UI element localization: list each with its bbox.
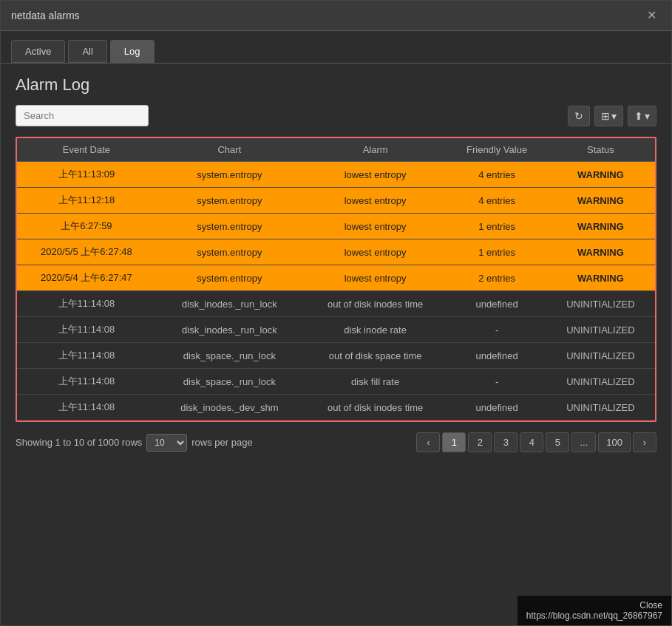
cell-chart: system.entropy <box>156 162 303 188</box>
refresh-button[interactable]: ↻ <box>568 106 590 126</box>
export-chevron: ▾ <box>645 110 650 122</box>
table-row[interactable]: 2020/5/5 上午6:27:48 system.entropy lowest… <box>17 239 655 265</box>
cell-status: UNINITIALIZED <box>546 395 655 421</box>
showing-label: Showing 1 to 10 of 1000 rows <box>16 437 142 448</box>
cell-alarm: lowest entropy <box>303 162 447 188</box>
cell-event-date: 上午6:27:59 <box>17 214 156 239</box>
page-3-button[interactable]: 3 <box>494 432 517 452</box>
cell-event-date: 2020/5/5 上午6:27:48 <box>17 239 156 265</box>
table-row[interactable]: 上午11:12:18 system.entropy lowest entropy… <box>17 188 655 214</box>
cell-friendly-value: undefined <box>447 343 546 369</box>
rows-per-page-select[interactable]: 10 25 50 100 <box>146 434 187 452</box>
columns-button[interactable]: ⊞ ▾ <box>594 106 623 126</box>
tab-active[interactable]: Active <box>11 40 65 63</box>
cell-status: UNINITIALIZED <box>546 369 655 395</box>
bottom-bar: Close https://blog.csdn.net/qq_26867967 <box>517 596 671 625</box>
cell-event-date: 上午11:14:08 <box>17 395 156 421</box>
cell-alarm: out of disk inodes time <box>303 395 447 421</box>
per-page-label: rows per page <box>191 437 252 448</box>
page-next-button[interactable]: › <box>633 432 656 452</box>
table-row[interactable]: 上午11:14:08 disk_inodes._run_lock out of … <box>17 291 655 317</box>
cell-event-date: 上午11:12:18 <box>17 188 156 214</box>
cell-status: UNINITIALIZED <box>546 317 655 343</box>
page-title: Alarm Log <box>16 75 656 95</box>
cell-status: WARNING <box>546 214 655 239</box>
columns-chevron: ▾ <box>611 110 617 122</box>
export-icon: ⬆ <box>634 110 643 122</box>
cell-status: UNINITIALIZED <box>546 343 655 369</box>
table-row[interactable]: 上午11:14:08 disk_space._run_lock out of d… <box>17 343 655 369</box>
cell-status: WARNING <box>546 239 655 265</box>
table-row[interactable]: 上午11:13:09 system.entropy lowest entropy… <box>17 162 655 188</box>
table-row[interactable]: 上午6:27:59 system.entropy lowest entropy … <box>17 214 655 239</box>
tab-all[interactable]: All <box>68 40 106 63</box>
col-status: Status <box>546 138 655 162</box>
title-bar: netdata alarms ✕ <box>1 1 671 31</box>
col-friendly-value: Friendly Value <box>447 138 546 162</box>
cell-status: WARNING <box>546 188 655 214</box>
page-prev-button[interactable]: ‹ <box>416 432 440 452</box>
cell-friendly-value: undefined <box>447 291 546 317</box>
cell-friendly-value: 4 entries <box>447 162 546 188</box>
columns-icon: ⊞ <box>601 110 610 122</box>
cell-chart: system.entropy <box>156 188 303 214</box>
cell-alarm: disk fill rate <box>303 369 447 395</box>
cell-event-date: 2020/5/4 上午6:27:47 <box>17 265 156 291</box>
cell-status: WARNING <box>546 265 655 291</box>
cell-chart: system.entropy <box>156 265 303 291</box>
cell-chart: system.entropy <box>156 214 303 239</box>
export-button[interactable]: ⬆ ▾ <box>628 106 656 126</box>
tab-log[interactable]: Log <box>110 40 155 63</box>
cell-chart: disk_inodes._dev_shm <box>156 395 303 421</box>
cell-event-date: 上午11:14:08 <box>17 291 156 317</box>
page-100-button[interactable]: 100 <box>598 432 631 452</box>
search-input[interactable] <box>16 105 149 126</box>
cell-status: WARNING <box>546 162 655 188</box>
cell-alarm: lowest entropy <box>303 265 447 291</box>
refresh-icon: ↻ <box>574 110 583 122</box>
toolbar: ↻ ⊞ ▾ ⬆ ▾ <box>16 105 656 126</box>
table-row[interactable]: 上午11:14:08 disk_inodes._dev_shm out of d… <box>17 395 655 421</box>
table-row[interactable]: 上午11:14:08 disk_inodes._run_lock disk in… <box>17 317 655 343</box>
cell-chart: disk_inodes._run_lock <box>156 317 303 343</box>
alarm-table-wrapper: Event Date Chart Alarm Friendly Value St… <box>16 137 656 422</box>
pagination-controls: ‹12345...100› <box>416 432 656 452</box>
cell-event-date: 上午11:14:08 <box>17 343 156 369</box>
table-row[interactable]: 2020/5/4 上午6:27:47 system.entropy lowest… <box>17 265 655 291</box>
cell-friendly-value: 1 entries <box>447 239 546 265</box>
alarm-table: Event Date Chart Alarm Friendly Value St… <box>17 138 655 421</box>
cell-friendly-value: - <box>447 369 546 395</box>
cell-chart: disk_space._run_lock <box>156 369 303 395</box>
cell-friendly-value: undefined <box>447 395 546 421</box>
tab-bar: Active All Log <box>1 31 671 64</box>
col-chart: Chart <box>156 138 303 162</box>
window-title: netdata alarms <box>11 10 80 21</box>
cell-chart: disk_inodes._run_lock <box>156 291 303 317</box>
cell-alarm: disk inode rate <box>303 317 447 343</box>
cell-chart: disk_space._run_lock <box>156 343 303 369</box>
col-event-date: Event Date <box>17 138 156 162</box>
rows-info: Showing 1 to 10 of 1000 rows 10 25 50 10… <box>16 434 253 452</box>
cell-event-date: 上午11:14:08 <box>17 317 156 343</box>
page-1-button[interactable]: 1 <box>442 432 466 452</box>
page-5-button[interactable]: 5 <box>546 432 569 452</box>
page-...-button[interactable]: ... <box>571 432 596 452</box>
table-header-row: Event Date Chart Alarm Friendly Value St… <box>17 138 655 162</box>
cell-alarm: out of disk inodes time <box>303 291 447 317</box>
cell-alarm: out of disk space time <box>303 343 447 369</box>
window-close-button[interactable]: ✕ <box>642 8 661 23</box>
alarm-window: netdata alarms ✕ Active All Log Alarm Lo… <box>0 0 672 626</box>
pagination-bar: Showing 1 to 10 of 1000 rows 10 25 50 10… <box>16 422 656 457</box>
page-2-button[interactable]: 2 <box>468 432 492 452</box>
bottom-url: https://blog.csdn.net/qq_26867967 <box>526 610 662 621</box>
cell-event-date: 上午11:13:09 <box>17 162 156 188</box>
cell-status: UNINITIALIZED <box>546 291 655 317</box>
main-content: Alarm Log ↻ ⊞ ▾ ⬆ ▾ <box>1 64 671 469</box>
close-label: Close <box>526 600 662 610</box>
page-4-button[interactable]: 4 <box>520 432 543 452</box>
cell-friendly-value: 1 entries <box>447 214 546 239</box>
cell-alarm: lowest entropy <box>303 214 447 239</box>
cell-friendly-value: 4 entries <box>447 188 546 214</box>
cell-event-date: 上午11:14:08 <box>17 369 156 395</box>
table-row[interactable]: 上午11:14:08 disk_space._run_lock disk fil… <box>17 369 655 395</box>
